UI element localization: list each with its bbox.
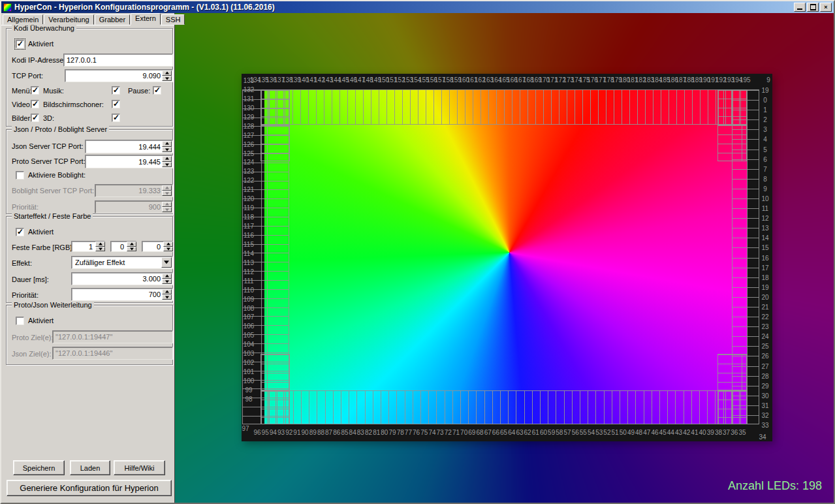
led-number: 32 xyxy=(761,411,768,418)
json-port-spin-down[interactable] xyxy=(162,147,172,153)
combo-dropdown-icon[interactable] xyxy=(161,257,172,268)
led-number: 57 xyxy=(563,429,571,436)
weiterleitung-aktiviert-label: Aktiviert xyxy=(28,317,54,324)
tab-ssh[interactable]: SSH xyxy=(161,14,185,25)
led-number: 114 xyxy=(244,249,254,257)
rgb-r-spin-up[interactable] xyxy=(95,242,105,247)
led-grid-corner-tr xyxy=(717,89,747,125)
close-button[interactable]: × xyxy=(820,3,832,12)
proto-port-spin-down[interactable] xyxy=(162,162,172,168)
kodi-aktiviert-checkbox[interactable] xyxy=(16,40,24,48)
led-number: 46 xyxy=(651,429,658,436)
led-number: 82 xyxy=(365,429,372,436)
dauer-spin-down[interactable] xyxy=(162,279,172,284)
rgb-g-spin-up[interactable] xyxy=(127,242,136,247)
kodi-aktiviert-label: Aktiviert xyxy=(28,40,54,48)
led-number: 56 xyxy=(572,429,579,436)
group-kodi: Kodi Überwachung Aktiviert Kodi IP-Adres… xyxy=(6,28,173,127)
kodi-ip-input[interactable] xyxy=(63,54,173,67)
led-number: 80 xyxy=(381,429,388,436)
app-window: HyperCon - Hyperion Konfigurationsprogra… xyxy=(0,0,835,504)
led-number: 30 xyxy=(761,392,768,399)
tab-verarbeitung[interactable]: Verarbeitung xyxy=(44,14,93,25)
led-number: 195 xyxy=(740,76,751,84)
led-number: 120 xyxy=(244,195,255,202)
led-number: 130 xyxy=(244,104,255,111)
json-port-label: Json Server TCP Port: xyxy=(12,142,84,150)
kodi-menu-checkbox[interactable] xyxy=(31,86,39,95)
led-number: 59 xyxy=(548,429,555,436)
led-number: 0 xyxy=(763,97,767,104)
rgb-label: Feste Farbe [RGB]: xyxy=(12,244,74,251)
kodi-schoner-checkbox[interactable] xyxy=(112,100,120,108)
starteffekt-prio-spin-down[interactable] xyxy=(162,294,172,300)
restore-button[interactable] xyxy=(807,3,819,12)
tab-allgemein[interactable]: Allgemein xyxy=(3,14,43,25)
kodi-pause-checkbox[interactable] xyxy=(153,86,161,95)
led-number: 51 xyxy=(612,429,619,436)
minimize-button[interactable] xyxy=(794,3,806,12)
led-number: 63 xyxy=(516,429,523,436)
led-number: 41 xyxy=(691,429,698,436)
starteffekt-prio-input[interactable] xyxy=(71,288,173,301)
kodi-tcp-label: TCP Port: xyxy=(12,72,43,80)
kodi-3d-checkbox[interactable] xyxy=(112,114,120,122)
effekt-combobox[interactable]: Zufälliger Effekt xyxy=(71,256,173,269)
led-number: 84 xyxy=(349,429,356,436)
laden-button[interactable]: Laden xyxy=(70,460,110,475)
weiterleitung-aktiviert-checkbox[interactable] xyxy=(16,317,24,325)
kodi-3d-label: 3D: xyxy=(43,114,54,122)
starteffekt-aktiviert-checkbox[interactable] xyxy=(16,228,24,236)
led-number: 110 xyxy=(244,286,254,293)
server-prio-spin-down xyxy=(162,207,172,212)
kodi-tcp-spin-down[interactable] xyxy=(162,76,172,81)
led-number: 126 xyxy=(244,140,255,148)
led-number: 113 xyxy=(244,259,254,266)
proto-port-input[interactable] xyxy=(85,155,173,168)
rgb-b-spin-up[interactable] xyxy=(163,242,173,247)
starteffekt-prio-spin-up[interactable] xyxy=(162,289,172,294)
kodi-tcp-spin-up[interactable] xyxy=(162,71,172,76)
led-number: 97 xyxy=(242,425,249,432)
led-number: 93 xyxy=(277,429,285,436)
led-screen xyxy=(264,89,748,424)
led-number: 87 xyxy=(325,429,332,436)
json-port-spin-up[interactable] xyxy=(162,141,172,147)
led-number: 123 xyxy=(244,168,255,175)
led-number: 14 xyxy=(761,234,768,242)
kodi-video-checkbox[interactable] xyxy=(31,100,39,108)
led-number: 85 xyxy=(341,429,348,436)
generiere-konfiguration-button[interactable]: Generiere Konfiguration für Hyperion xyxy=(7,480,172,496)
boblight-checkbox[interactable] xyxy=(16,171,24,180)
kodi-tcp-input[interactable] xyxy=(65,69,173,82)
hilfe-wiki-button[interactable]: Hilfe/Wiki xyxy=(114,460,165,475)
rgb-r-spin-down[interactable] xyxy=(95,247,105,252)
led-grid-bottom xyxy=(260,390,747,424)
tab-extern[interactable]: Extern xyxy=(131,13,161,25)
proto-port-spin-up[interactable] xyxy=(162,156,172,162)
led-number: 52 xyxy=(603,429,610,436)
rgb-b-spin-down[interactable] xyxy=(163,247,173,252)
kodi-musik-checkbox[interactable] xyxy=(112,86,120,95)
speichern-button[interactable]: Speichern xyxy=(13,460,65,475)
proto-ziel-label: Proto Ziel(e): xyxy=(12,334,54,341)
led-number: 112 xyxy=(244,268,254,275)
led-number: 47 xyxy=(643,429,650,436)
tab-grabber[interactable]: Grabber xyxy=(95,14,130,25)
led-number: 42 xyxy=(683,429,690,436)
dauer-spin-up[interactable] xyxy=(162,274,172,279)
kodi-ip-label: Kodi IP-Adresse: xyxy=(12,56,66,64)
led-number: 102 xyxy=(244,359,255,366)
effekt-value: Zufälliger Effekt xyxy=(75,259,125,266)
json-port-input[interactable] xyxy=(85,140,173,153)
led-number: 12 xyxy=(761,215,768,222)
kodi-bilder-checkbox[interactable] xyxy=(31,114,39,122)
dauer-input[interactable] xyxy=(71,272,173,285)
server-prio-label: Priorität: xyxy=(12,203,39,211)
group-weiterleitung: Proto/Json Weiterleitung Aktiviert Proto… xyxy=(6,305,173,365)
led-number: 45 xyxy=(659,429,667,436)
json-ziel-label: Json Ziel(e): xyxy=(12,350,52,358)
rgb-g-spin-down[interactable] xyxy=(127,247,136,252)
led-number: 99 xyxy=(245,386,252,393)
group-weiterleitung-legend: Proto/Json Weiterleitung xyxy=(12,301,94,309)
